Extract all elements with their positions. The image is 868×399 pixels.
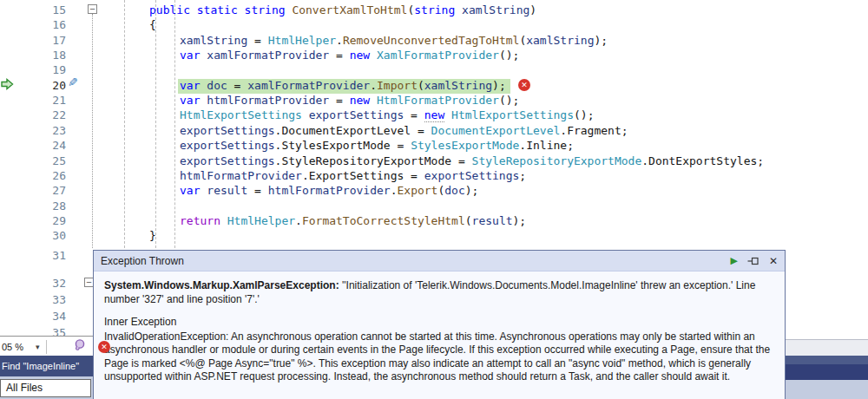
line-number[interactable]: 18 xyxy=(33,49,66,62)
find-window-band xyxy=(786,356,868,364)
line-number[interactable]: 29 xyxy=(33,214,66,228)
code-line[interactable]: HtmlExportSettings exportSettings = new … xyxy=(180,108,594,122)
code-line[interactable]: exportSettings.StyleRepositoryExportMode… xyxy=(180,154,764,168)
line-number[interactable]: 33 xyxy=(33,293,66,307)
continue-execution-icon[interactable]: ▶ xyxy=(730,255,737,266)
code-line[interactable]: public static string ConvertXamlToHtml(s… xyxy=(149,3,536,17)
current-statement-arrow-icon xyxy=(1,78,14,94)
visual-studio-debug-screen: 1516171819202122232425262728293031323334… xyxy=(0,0,868,399)
line-number[interactable]: 31 xyxy=(33,249,66,263)
code-line[interactable]: htmlFormatProvider.ExportSettings = expo… xyxy=(180,169,526,183)
edit-pen-icon: ✎ xyxy=(68,75,78,89)
zoom-dropdown-arrow-icon[interactable]: ▾ xyxy=(36,343,40,351)
code-line[interactable]: exportSettings.DocumentExportLevel = Doc… xyxy=(180,124,628,138)
line-number[interactable]: 25 xyxy=(33,154,66,168)
code-line[interactable]: var result = htmlFormatProvider.Export(d… xyxy=(180,184,478,198)
code-line[interactable]: { xyxy=(149,18,156,32)
close-icon[interactable]: ✕ xyxy=(769,255,778,267)
line-number[interactable]: 34 xyxy=(33,310,66,324)
find-window-titlebar[interactable]: Find "ImageInline" xyxy=(0,356,93,376)
file-filter-select[interactable]: All Files xyxy=(0,379,91,397)
inner-exception-text: InvalidOperationException: An asynchrono… xyxy=(104,330,774,384)
find-options-row: All Files xyxy=(0,376,93,399)
line-number[interactable]: 22 xyxy=(33,108,66,122)
editor-zoom-bar: 05 % ▾ xyxy=(0,336,93,356)
scrollbar-strip[interactable] xyxy=(786,339,868,356)
line-number[interactable]: 17 xyxy=(33,34,66,48)
outline-guide xyxy=(92,14,93,248)
line-number[interactable]: 30 xyxy=(33,229,66,243)
indent-guide xyxy=(155,0,156,248)
code-line[interactable]: } xyxy=(149,229,156,243)
exception-message: System.Windows.Markup.XamlParseException… xyxy=(104,279,774,306)
status-band xyxy=(786,364,868,380)
code-line[interactable]: var htmlFormatProvider = new HtmlFormatP… xyxy=(180,94,519,108)
line-number[interactable]: 24 xyxy=(33,139,66,153)
pin-icon[interactable] xyxy=(747,256,760,266)
code-line[interactable]: exportSettings.StylesExportMode = Styles… xyxy=(180,139,574,153)
line-number[interactable]: 26 xyxy=(33,169,66,183)
line-number[interactable]: 27 xyxy=(33,184,66,198)
exception-popup: Exception Thrown ▶ ✕ System.Windows.Mark… xyxy=(93,250,786,399)
error-notification-icon[interactable]: ✕ xyxy=(98,341,110,353)
line-number[interactable]: 15 xyxy=(33,3,66,17)
line-number[interactable]: 21 xyxy=(33,94,66,108)
collapse-region-icon[interactable]: − xyxy=(88,4,97,14)
line-number[interactable]: 32 xyxy=(33,277,66,291)
code-line[interactable]: return HtmlHelper.FormatToCorrectStyleHt… xyxy=(180,214,526,228)
feedback-brush-icon[interactable] xyxy=(73,338,87,355)
indent-guide xyxy=(174,0,175,248)
exception-error-icon[interactable]: ✕ xyxy=(518,79,530,91)
options-band xyxy=(786,380,868,399)
code-line[interactable]: var xamlFormatProvider = new XamlFormatP… xyxy=(180,49,519,62)
separator xyxy=(46,340,47,354)
line-number[interactable]: 28 xyxy=(33,200,66,213)
exception-type: System.Windows.Markup.XamlParseException… xyxy=(104,279,339,291)
exception-popup-titlebar[interactable]: Exception Thrown ▶ ✕ xyxy=(94,251,785,271)
find-window-title: Find "ImageInline" xyxy=(0,361,79,371)
code-line[interactable]: xamlString = HtmlHelper.RemoveUnconverte… xyxy=(180,34,608,48)
line-number[interactable]: 23 xyxy=(33,124,66,138)
code-line[interactable]: var doc = xamlFormatProvider.Import(xaml… xyxy=(178,79,510,94)
inner-exception-label: Inner Exception xyxy=(104,316,774,330)
indent-guide xyxy=(124,0,125,248)
zoom-level-select[interactable]: 05 % xyxy=(0,342,23,352)
exception-popup-title: Exception Thrown xyxy=(101,255,184,267)
line-number[interactable]: 16 xyxy=(33,18,66,32)
exception-popup-body: System.Windows.Markup.XamlParseException… xyxy=(94,271,785,384)
line-number[interactable]: 20 xyxy=(33,79,66,93)
line-number[interactable]: 19 xyxy=(33,63,66,77)
